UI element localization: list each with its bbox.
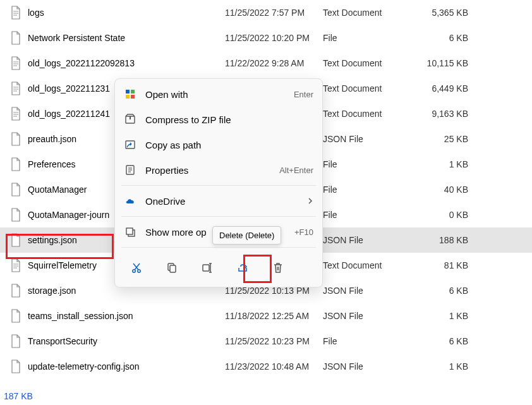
file-date: 11/18/2022 12:25 AM: [225, 311, 323, 321]
share-button[interactable]: [231, 257, 254, 279]
menu-separator: [121, 216, 316, 217]
menu-compress-zip[interactable]: Compress to ZIP file: [115, 107, 322, 132]
file-date: 11/25/2022 7:57 PM: [225, 8, 323, 18]
delete-tooltip: Delete (Delete): [212, 226, 281, 245]
file-name-cell: logs: [10, 6, 225, 20]
delete-button[interactable]: [267, 257, 289, 279]
file-name: Network Persistent State: [28, 33, 125, 43]
svg-rect-3: [126, 90, 130, 94]
svg-rect-5: [126, 95, 130, 99]
file-row[interactable]: teams_install_session.json11/18/2022 12:…: [0, 303, 532, 329]
file-size: 6 KB: [418, 286, 481, 296]
svg-rect-21: [203, 265, 209, 271]
file-type: JSON File: [323, 361, 418, 372]
file-name: SquirrelTelemetry: [28, 260, 97, 270]
file-date: 11/25/2022 10:20 PM: [225, 33, 323, 43]
menu-copy-as-path[interactable]: Copy as path: [115, 132, 322, 157]
file-type: Text Document: [323, 58, 418, 68]
rename-button[interactable]: [196, 257, 219, 279]
file-type: Text Document: [323, 8, 418, 18]
file-name: preauth.json: [28, 134, 76, 144]
file-name: QuotaManager: [28, 184, 87, 195]
file-name: old_logs_20221122092813: [28, 58, 135, 68]
file-row[interactable]: TransportSecurity11/25/2022 10:23 PMFile…: [0, 329, 532, 354]
file-type: Text Document: [323, 260, 418, 270]
file-size: 1 KB: [418, 159, 481, 169]
file-size: 81 KB: [418, 260, 481, 270]
file-size: 5,365 KB: [418, 8, 481, 18]
file-size: 40 KB: [418, 184, 481, 195]
file-type: File: [323, 33, 418, 43]
file-type: JSON File: [323, 134, 418, 144]
file-name: settings.json: [28, 235, 77, 245]
file-name: teams_install_session.json: [28, 311, 133, 321]
file-icon: [10, 132, 21, 146]
file-size: 25 KB: [418, 134, 481, 144]
file-row[interactable]: Network Persistent State11/25/2022 10:20…: [0, 25, 532, 51]
file-type: Text Document: [323, 109, 418, 119]
file-name: logs: [28, 8, 44, 18]
file-name-cell: Network Persistent State: [10, 31, 225, 45]
cut-button[interactable]: [125, 257, 148, 279]
menu-shortcut: +F10: [294, 227, 313, 237]
zip-icon: [124, 113, 136, 126]
menu-shortcut: Alt+Enter: [279, 166, 313, 175]
file-type: JSON File: [323, 311, 418, 321]
file-icon: [10, 31, 21, 45]
file-icon: [10, 233, 21, 247]
menu-separator: [121, 247, 316, 248]
menu-properties[interactable]: Properties Alt+Enter: [115, 157, 322, 183]
file-name: old_logs_202211231: [28, 83, 110, 94]
file-name-cell: update-telemetry-config.json: [10, 360, 225, 373]
chevron-right-icon: [307, 198, 313, 204]
file-size: 0 KB: [418, 210, 481, 220]
file-icon: [10, 208, 21, 222]
file-type: File: [323, 184, 418, 195]
file-name-cell: old_logs_20221122092813: [10, 56, 225, 70]
file-icon: [10, 183, 21, 196]
file-size: 6,449 KB: [418, 83, 481, 94]
file-size: 6 KB: [418, 336, 481, 346]
file-name-cell: TransportSecurity: [10, 334, 225, 348]
file-icon: [10, 360, 21, 373]
copy-button[interactable]: [160, 257, 183, 279]
file-size: 1 KB: [418, 361, 481, 372]
onedrive-icon: [124, 195, 136, 207]
status-bar: 187 KB: [0, 390, 37, 405]
svg-rect-20: [170, 265, 176, 272]
text-document-icon: [10, 258, 21, 272]
svg-rect-4: [131, 90, 135, 94]
file-date: 11/25/2022 10:23 PM: [225, 336, 323, 346]
file-type: JSON File: [323, 235, 418, 245]
copy-path-icon: [124, 138, 136, 151]
file-name: TransportSecurity: [28, 336, 97, 346]
menu-label: Compress to ZIP file: [145, 114, 313, 125]
file-type: File: [323, 159, 418, 169]
menu-onedrive[interactable]: OneDrive: [115, 188, 322, 214]
svg-rect-6: [131, 95, 135, 99]
properties-icon: [124, 164, 136, 176]
file-name: storage.json: [28, 286, 76, 296]
file-row[interactable]: old_logs_2022112209281311/22/2022 9:28 A…: [0, 51, 532, 76]
file-type: Text Document: [323, 83, 418, 94]
file-icon: [10, 284, 21, 298]
file-size: 6 KB: [418, 33, 481, 43]
file-icon: [10, 334, 21, 348]
svg-point-16: [138, 270, 140, 272]
file-row[interactable]: update-telemetry-config.json11/23/2022 1…: [0, 354, 532, 379]
text-document-icon: [10, 6, 21, 20]
file-type: File: [323, 336, 418, 346]
file-size: 10,115 KB: [418, 58, 481, 68]
svg-point-15: [133, 270, 135, 272]
file-name: old_logs_202211241: [28, 109, 110, 119]
menu-label: Properties: [145, 165, 279, 176]
svg-rect-8: [130, 116, 131, 119]
file-size: 1 KB: [418, 311, 481, 321]
file-date: 11/23/2022 10:48 AM: [225, 361, 323, 372]
context-menu: Open with Enter Compress to ZIP file Cop…: [114, 78, 323, 287]
file-size: 188 KB: [418, 235, 481, 245]
menu-open-with[interactable]: Open with Enter: [115, 82, 322, 107]
file-row[interactable]: logs11/25/2022 7:57 PMText Document5,365…: [0, 0, 532, 25]
file-icon: [10, 309, 21, 323]
file-icon: [10, 157, 21, 171]
